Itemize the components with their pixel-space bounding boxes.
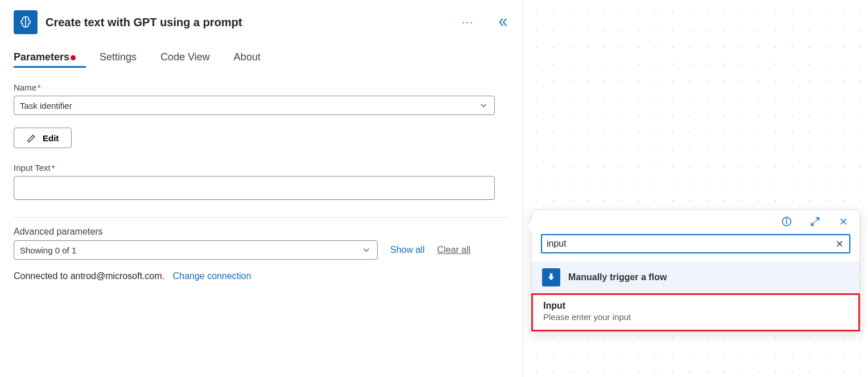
canvas-area: Manually trigger a flow Input Please ent… [523,0,868,377]
tab-about[interactable]: About [234,51,261,67]
popup-result-title: Input [543,301,848,311]
popup-category-header[interactable]: Manually trigger a flow [532,261,859,293]
info-icon[interactable] [781,216,792,227]
advanced-select-summary: Showing 0 of 1 [20,245,76,255]
connection-account: antrod@microsoft.com. [71,271,165,281]
section-divider [14,217,509,218]
more-options-button[interactable]: ··· [457,14,478,31]
close-icon[interactable] [838,216,849,227]
required-indicator: * [38,83,41,92]
chevron-down-icon [361,245,371,255]
edit-button[interactable]: Edit [14,128,72,148]
name-field-label: Name* [14,83,509,92]
input-text-field[interactable] [14,176,495,200]
svg-line-5 [811,222,815,226]
input-text-label: Input Text* [14,163,509,173]
popup-search-input[interactable] [547,239,834,249]
dynamic-content-popup: Manually trigger a flow Input Please ent… [531,210,860,331]
panel-title: Create text with GPT using a prompt [46,16,449,29]
expand-icon[interactable] [809,216,821,227]
popup-category-label: Manually trigger a flow [568,272,667,282]
tab-parameters-label: Parameters [14,51,69,63]
connection-prefix: Connected to [14,271,71,281]
collapse-panel-button[interactable] [497,16,509,28]
chevron-down-icon [478,100,489,110]
advanced-row: Showing 0 of 1 Show all Clear all [14,240,509,260]
validation-dot-icon [71,55,76,60]
tab-bar: Parameters Settings Code View About [14,51,509,67]
clear-search-icon[interactable] [834,239,845,249]
action-config-panel: Create text with GPT using a prompt ··· … [0,0,523,377]
gpt-action-icon [14,10,38,34]
name-select[interactable]: Task identifier [14,96,495,115]
popup-header-icons [532,210,859,230]
required-indicator: * [52,163,55,173]
manual-trigger-icon [542,268,560,286]
svg-line-4 [816,218,819,221]
svg-point-3 [786,219,787,219]
panel-header: Create text with GPT using a prompt ··· [14,10,509,34]
pencil-icon [27,133,37,143]
edit-button-label: Edit [43,133,59,143]
advanced-parameters-label: Advanced parameters [14,227,509,237]
tab-settings[interactable]: Settings [100,51,137,67]
clear-all-link[interactable]: Clear all [437,245,470,255]
popup-result-item[interactable]: Input Please enter your input [531,293,860,331]
popup-result-desc: Please enter your input [543,312,848,322]
advanced-parameters-select[interactable]: Showing 0 of 1 [14,240,378,260]
name-select-value: Task identifier [20,101,72,110]
change-connection-link[interactable]: Change connection [173,271,251,281]
tab-parameters[interactable]: Parameters [14,51,76,67]
connection-row: Connected to antrod@microsoft.com. Chang… [14,271,509,281]
popup-search-box[interactable] [541,234,850,253]
tab-code-view[interactable]: Code View [160,51,210,67]
show-all-link[interactable]: Show all [390,245,424,255]
